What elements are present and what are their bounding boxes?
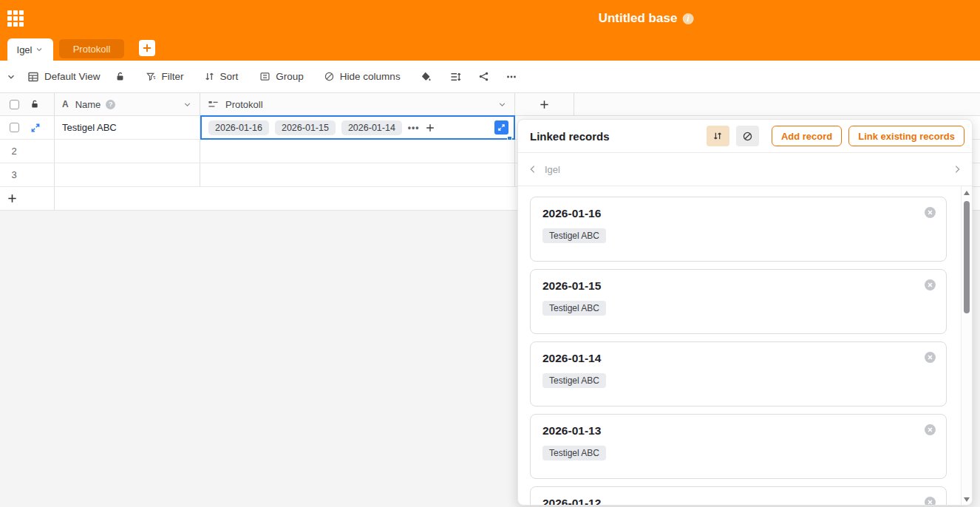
more-links-indicator[interactable]: ••• (408, 123, 420, 133)
more-options-icon[interactable] (506, 71, 517, 83)
linked-record-chip[interactable]: 2026-01-15 (275, 120, 336, 135)
add-table-button[interactable] (139, 40, 155, 56)
cell-name-empty[interactable] (55, 163, 200, 186)
add-row-header-cell (0, 187, 55, 210)
tab-igel-label: Igel (17, 44, 33, 55)
row-header-cell (0, 163, 55, 186)
add-record-button[interactable]: Add record (772, 126, 842, 146)
link-existing-records-button[interactable]: Link existing records (848, 126, 964, 146)
group-button[interactable]: Group (259, 71, 304, 82)
grid-header-row: A Name ? Protokoll (0, 92, 980, 116)
group-label: Group (276, 71, 304, 82)
filter-button[interactable]: Filter (146, 71, 184, 82)
linked-record-card[interactable]: 2026-01-12 Testigel ABC (530, 486, 947, 506)
row-height-icon[interactable] (449, 71, 461, 83)
share-icon[interactable] (478, 71, 489, 82)
info-icon[interactable]: i (682, 13, 693, 24)
linked-record-list: 2026-01-16 Testigel ABC 2026-01-15 Testi… (518, 186, 972, 506)
record-title: 2026-01-13 (542, 424, 934, 438)
record-title: 2026-01-14 (542, 352, 934, 365)
sort-icon (204, 71, 215, 82)
table-tab-bar: Igel Protokoll (0, 37, 980, 61)
chevron-down-icon[interactable] (497, 100, 507, 109)
linked-record-chip[interactable]: 2026-01-16 (208, 120, 269, 135)
cell-protokoll-selected[interactable]: 2026-01-162026-01-152026-01-14 ••• (200, 115, 515, 140)
unlink-record-button[interactable] (924, 279, 936, 291)
view-toolbar: Default View Filter Sort (0, 61, 980, 92)
close-circle-icon (924, 279, 936, 291)
panel-scrollbar[interactable] (961, 186, 972, 506)
app-window: Untitled base i Igel Protokoll (0, 0, 980, 507)
cell-name[interactable]: Testigel ABC (55, 116, 200, 139)
top-bar: Untitled base i (0, 0, 980, 37)
cell-protokoll-empty[interactable] (200, 140, 515, 163)
record-title: 2026-01-16 (542, 207, 934, 220)
cell-name-empty[interactable] (55, 140, 200, 163)
expand-cell-button[interactable] (494, 120, 508, 135)
tab-protokoll-label: Protokoll (73, 44, 111, 55)
breadcrumb-table-name: Igel (545, 164, 560, 175)
plus-icon (7, 193, 18, 204)
record-link-chip: Testigel ABC (542, 373, 606, 388)
view-name: Default View (44, 71, 101, 82)
panel-hide-fields-button[interactable] (736, 126, 759, 146)
unlink-record-button[interactable] (924, 351, 936, 364)
view-selector[interactable]: Default View (27, 71, 101, 83)
add-link-icon[interactable] (425, 123, 435, 133)
close-circle-icon (924, 423, 936, 436)
linked-record-card[interactable]: 2026-01-15 Testigel ABC (530, 269, 947, 334)
eye-off-icon (324, 71, 335, 82)
hide-columns-button[interactable]: Hide columns (324, 71, 401, 82)
view-lock-icon[interactable] (115, 71, 126, 82)
panel-sort-button[interactable] (707, 126, 729, 146)
row-header-cell (0, 140, 55, 163)
unlink-record-button[interactable] (924, 206, 936, 219)
base-title[interactable]: Untitled base i (599, 0, 694, 37)
link-field-icon (208, 99, 219, 110)
chevron-right-icon[interactable] (952, 164, 962, 174)
plus-icon (539, 99, 550, 110)
row-checkbox[interactable] (10, 123, 19, 132)
app-grid-menu-icon[interactable] (7, 10, 24, 27)
panel-title: Linked records (530, 130, 610, 143)
linked-records-panel: Linked records Add record Link existing … (517, 119, 973, 506)
unlink-record-button[interactable] (924, 423, 936, 436)
lock-icon (30, 99, 40, 109)
linked-record-card[interactable]: 2026-01-16 Testigel ABC (530, 197, 947, 262)
column-header-name[interactable]: A Name ? (55, 93, 200, 115)
grid-view-icon (27, 71, 39, 83)
chevron-down-icon[interactable] (183, 100, 192, 109)
linked-record-card[interactable]: 2026-01-13 Testigel ABC (530, 414, 947, 479)
group-icon (259, 71, 270, 82)
unlink-record-button[interactable] (924, 496, 936, 506)
add-column-button[interactable] (515, 93, 574, 115)
column-name-label: Name (75, 99, 101, 110)
collapse-views-chevron-icon[interactable] (6, 72, 16, 82)
text-field-icon: A (62, 99, 69, 109)
column-header-protokoll[interactable]: Protokoll (200, 93, 515, 115)
row-color-bucket-icon[interactable] (420, 71, 432, 83)
tab-igel[interactable]: Igel (7, 38, 53, 61)
linked-record-chip[interactable]: 2026-01-14 (341, 120, 402, 135)
row-header-cell (0, 116, 55, 139)
select-all-checkbox[interactable] (10, 100, 19, 109)
chevron-down-icon[interactable] (35, 45, 44, 54)
sort-button[interactable]: Sort (204, 71, 239, 82)
scrollbar-thumb[interactable] (964, 201, 970, 313)
column-protokoll-label: Protokoll (225, 99, 263, 110)
base-title-text: Untitled base (599, 11, 678, 26)
scroll-down-arrow-icon[interactable] (964, 497, 970, 502)
record-link-chip: Testigel ABC (542, 446, 606, 460)
linked-record-card[interactable]: 2026-01-14 Testigel ABC (530, 341, 947, 406)
record-link-chip: Testigel ABC (542, 228, 606, 243)
tab-protokoll[interactable]: Protokoll (59, 39, 124, 58)
expand-record-icon[interactable] (30, 123, 41, 133)
record-link-chip: Testigel ABC (542, 301, 606, 316)
field-description-icon[interactable]: ? (106, 100, 115, 109)
plus-icon (142, 43, 152, 53)
filter-icon (146, 71, 157, 82)
chevron-left-icon[interactable] (528, 164, 538, 174)
record-title: 2026-01-15 (542, 279, 934, 293)
cell-protokoll-empty[interactable] (200, 163, 515, 186)
scroll-up-arrow-icon[interactable] (964, 191, 970, 195)
